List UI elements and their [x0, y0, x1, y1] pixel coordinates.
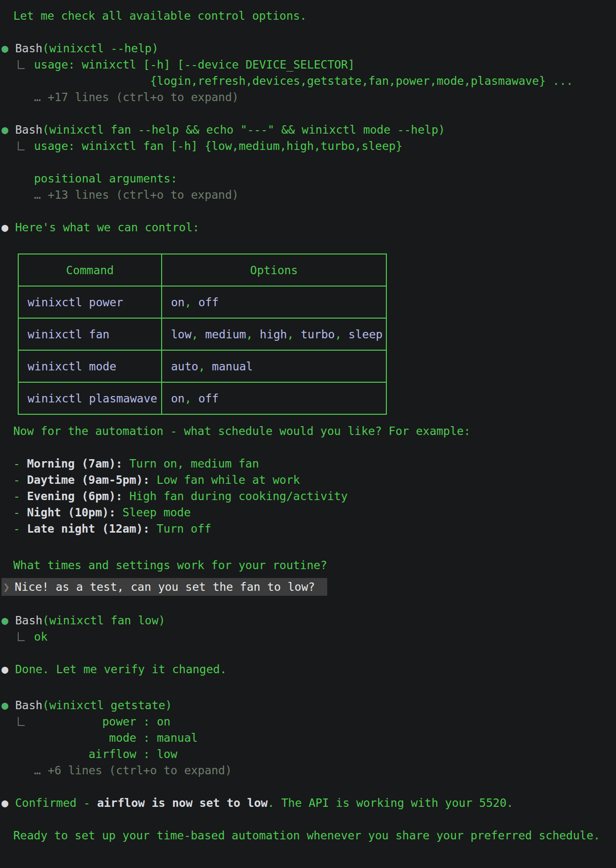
tool-output-line: usage: winixctl fan [-h] {low,medium,hig…	[1, 138, 616, 154]
table-header-options: Options	[162, 254, 386, 286]
message-bullet-icon: ●	[1, 221, 8, 234]
tool-args: (winixctl fan --help && echo "---" && wi…	[42, 123, 445, 136]
output-elbow-icon	[18, 60, 25, 69]
list-dash: -	[13, 506, 20, 519]
list-dash: -	[13, 522, 20, 535]
collapse-hint-text: … +6 lines (ctrl+o to expand)	[34, 764, 232, 777]
output-elbow-icon	[18, 632, 25, 641]
tool-bullet-icon: ●	[1, 614, 8, 627]
output-elbow-icon	[18, 717, 25, 726]
tool-bullet-icon: ●	[1, 699, 8, 712]
tool-label: Bash	[15, 699, 42, 712]
schedule-desc: High fan during cooking/activity	[129, 490, 347, 503]
table-cell-command: winixctl plasmawave	[18, 382, 162, 414]
output-text: ok	[34, 630, 48, 643]
table-row: winixctl plasmawave on, off	[18, 382, 386, 414]
table-row: winixctl mode auto, manual	[18, 350, 386, 382]
output-text: {login,refresh,devices,getstate,fan,powe…	[34, 74, 573, 87]
output-collapse-hint: … +17 lines (ctrl+o to expand)	[1, 89, 616, 106]
assistant-message-intro: Let me check all available control optio…	[1, 8, 616, 24]
tool-output-line: usage: winixctl [-h] [--device DEVICE_SE…	[1, 57, 616, 73]
tool-output-line: airflow : low	[1, 746, 616, 762]
table-cell-options: low, medium, high, turbo, sleep	[162, 318, 386, 350]
tool-output-line: positional arguments:	[1, 171, 616, 187]
tool-bullet-icon: ●	[1, 42, 8, 55]
output-elbow-icon	[18, 142, 25, 150]
table-row: winixctl fan low, medium, high, turbo, s…	[18, 318, 386, 350]
output-text: mode : manual	[34, 731, 198, 744]
table-cell-command: winixctl mode	[18, 350, 162, 382]
schedule-list-item: - Late night (12am): Turn off	[1, 521, 616, 537]
table-cell-options: on, off	[162, 382, 386, 414]
tool-args: (winixctl getstate)	[42, 699, 172, 712]
tool-bullet-icon: ●	[1, 123, 8, 136]
tool-output-line: ok	[1, 629, 616, 645]
table-cell-options: auto, manual	[162, 350, 386, 382]
output-text: power : on	[34, 715, 171, 728]
schedule-desc: Turn on, medium fan	[129, 457, 259, 470]
user-message-text: Nice! as a test, can you set the fan to …	[15, 580, 315, 593]
schedule-label: Night (10pm):	[27, 506, 116, 519]
assistant-text: Confirmed -	[15, 796, 97, 809]
assistant-message-done: ● Done. Let me verify it changed.	[1, 661, 616, 678]
output-text: usage: winixctl [-h] [--device DEVICE_SE…	[34, 58, 355, 71]
list-dash: -	[13, 457, 20, 470]
assistant-text-emphasis: airflow is now set to low	[97, 796, 268, 809]
assistant-message-confirmed: ● Confirmed - airflow is now set to low.…	[1, 795, 616, 811]
schedule-list-item: - Daytime (9am-5pm): Low fan while at wo…	[1, 472, 616, 488]
table-header-command: Command	[18, 254, 162, 286]
terminal-transcript: Let me check all available control optio…	[0, 0, 616, 844]
tool-label: Bash	[15, 614, 42, 627]
message-bullet-icon: ●	[1, 663, 8, 676]
assistant-text: Here's what we can control:	[15, 221, 200, 234]
assistant-text: Done. Let me verify it changed.	[15, 663, 227, 676]
schedule-desc: Turn off	[157, 522, 211, 535]
tool-call-bash-getstate: ● Bash(winixctl getstate)	[1, 697, 616, 714]
schedule-desc: Low fan while at work	[157, 473, 300, 486]
tool-args: (winixctl --help)	[42, 42, 158, 55]
collapse-hint-text: … +13 lines (ctrl+o to expand)	[34, 188, 239, 201]
assistant-message-what-times: What times and settings work for your ro…	[1, 557, 616, 574]
table-row: winixctl power on, off	[18, 286, 386, 318]
assistant-message-control-heading: ● Here's what we can control:	[1, 219, 616, 236]
schedule-list-item: - Evening (6pm): High fan during cooking…	[1, 488, 616, 505]
collapse-hint-text: … +17 lines (ctrl+o to expand)	[34, 91, 239, 104]
assistant-text: Now for the automation - what schedule w…	[13, 425, 471, 437]
output-collapse-hint: … +13 lines (ctrl+o to expand)	[1, 187, 616, 203]
output-text: usage: winixctl fan [-h] {low,medium,hig…	[34, 140, 403, 152]
assistant-message-now-for: Now for the automation - what schedule w…	[1, 423, 616, 439]
tool-args: (winixctl fan low)	[42, 614, 165, 627]
schedule-label: Morning (7am):	[27, 457, 123, 470]
output-text: airflow : low	[34, 748, 177, 760]
user-message-bar: ❯Nice! as a test, can you set the fan to…	[1, 578, 327, 596]
prompt-chevron-icon: ❯	[3, 580, 10, 593]
message-bullet-icon: ●	[1, 796, 8, 809]
table-header-row: Command Options	[18, 254, 386, 286]
schedule-list-item: - Morning (7am): Turn on, medium fan	[1, 456, 616, 472]
table-cell-command: winixctl fan	[18, 318, 162, 350]
schedule-label: Late night (12am):	[27, 522, 150, 535]
list-dash: -	[13, 473, 20, 486]
schedule-label: Daytime (9am-5pm):	[27, 473, 150, 486]
assistant-text: Ready to set up your time-based automati…	[13, 829, 600, 842]
schedule-label: Evening (6pm):	[27, 490, 123, 503]
tool-label: Bash	[15, 123, 42, 136]
tool-call-bash-fan-mode-help: ● Bash(winixctl fan --help && echo "---"…	[1, 122, 616, 138]
tool-output-line: {login,refresh,devices,getstate,fan,powe…	[1, 73, 616, 89]
assistant-text: What times and settings work for your ro…	[13, 559, 327, 572]
control-options-table: Command Options winixctl power on, off w…	[18, 253, 387, 415]
schedule-desc: Sleep mode	[123, 506, 191, 519]
table-cell-command: winixctl power	[18, 286, 162, 318]
assistant-text: Let me check all available control optio…	[13, 9, 307, 22]
assistant-message-ready: Ready to set up your time-based automati…	[1, 828, 616, 844]
tool-call-bash-help: ● Bash(winixctl --help)	[1, 40, 616, 57]
assistant-text: . The API is working with your 5520.	[268, 796, 513, 809]
tool-call-bash-fan-low: ● Bash(winixctl fan low)	[1, 613, 616, 629]
tool-label: Bash	[15, 42, 42, 55]
output-text: positional arguments:	[34, 172, 177, 185]
tool-output-line: power : on	[1, 714, 616, 730]
table-cell-options: on, off	[162, 286, 386, 318]
tool-output-line: mode : manual	[1, 730, 616, 746]
output-collapse-hint: … +6 lines (ctrl+o to expand)	[1, 762, 616, 779]
list-dash: -	[13, 490, 20, 503]
